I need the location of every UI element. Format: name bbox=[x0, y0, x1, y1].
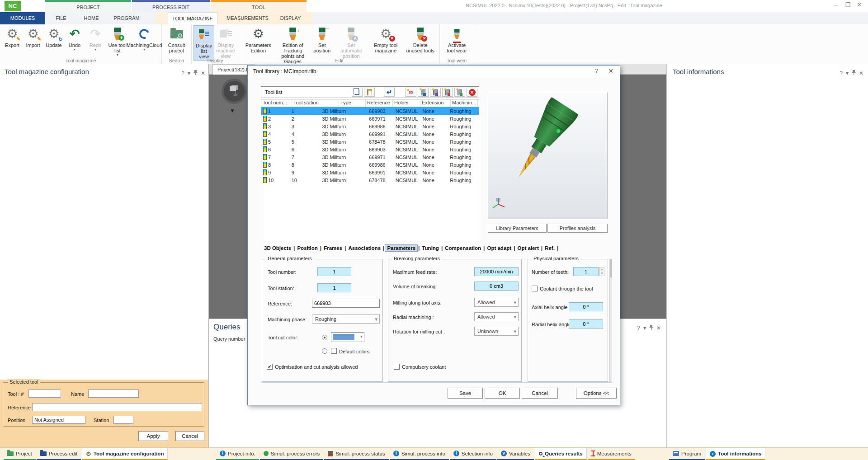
teeth-spinner[interactable]: ▲▼ bbox=[599, 267, 604, 276]
max-feed-rate-value[interactable]: 20000 mm/min bbox=[474, 267, 519, 276]
tool-cut-color-swatch[interactable] bbox=[331, 332, 364, 342]
reference-value[interactable]: 669903 bbox=[312, 299, 380, 308]
column-header[interactable]: Tool num... bbox=[261, 99, 292, 107]
number-teeth-value[interactable]: 1 bbox=[573, 267, 599, 276]
column-header[interactable]: Reference bbox=[366, 99, 393, 107]
table-row[interactable]: 10 10 3D Millturn 678478 NCSIMUL None Ro… bbox=[261, 176, 479, 184]
pin-icon[interactable] bbox=[193, 70, 198, 76]
nav-widget-caret-icon[interactable]: ▼ bbox=[230, 108, 235, 114]
dialog-tab[interactable]: Associations bbox=[346, 245, 382, 251]
chevron-down-icon[interactable]: ▾ bbox=[846, 70, 849, 76]
radial-machining-dropdown[interactable]: Allowed bbox=[474, 312, 519, 321]
tab-modules[interactable]: MODULES bbox=[0, 12, 45, 24]
tab-measurements[interactable]: MEASUREMENTS bbox=[224, 12, 271, 24]
help-icon[interactable]: ? bbox=[637, 325, 640, 331]
display-machine-view-button[interactable]: Display machine view bbox=[214, 25, 237, 60]
dialog-tab[interactable]: Tuning bbox=[420, 245, 440, 251]
dialog-tab[interactable]: Opt adapt bbox=[485, 245, 513, 251]
delete-tool-button[interactable]: ✕ bbox=[467, 88, 477, 97]
new-probe-tool-button[interactable] bbox=[454, 88, 465, 97]
library-parameters-button[interactable]: Library Parameters bbox=[488, 224, 547, 233]
cancel-button[interactable]: Cancel bbox=[175, 431, 204, 441]
chevron-down-icon[interactable]: ▾ bbox=[188, 70, 190, 76]
close-icon[interactable]: ✕ bbox=[859, 70, 863, 76]
station-field[interactable] bbox=[113, 416, 133, 424]
status-tab[interactable]: Queries results bbox=[535, 448, 587, 460]
app-logo[interactable]: NC bbox=[5, 1, 21, 11]
reference-field[interactable] bbox=[32, 403, 202, 411]
delete-unused-button[interactable]: ✕ Delete unused tools bbox=[403, 25, 438, 54]
status-tab[interactable]: Selection info bbox=[450, 448, 496, 460]
set-position-button[interactable]: → Set position bbox=[310, 25, 334, 54]
tool-list-table[interactable]: Tool num...Tool stationTypeReferenceHold… bbox=[261, 99, 479, 241]
status-tab[interactable]: Simul. process errors bbox=[260, 448, 324, 460]
status-tab[interactable]: Variables bbox=[497, 448, 534, 460]
tool-number-value[interactable]: 1 bbox=[317, 267, 351, 276]
tool-number-field[interactable] bbox=[28, 390, 61, 398]
column-header[interactable]: Holder bbox=[393, 99, 420, 107]
activate-tool-wear-button[interactable]: Activate tool wear bbox=[442, 25, 472, 54]
dialog-tab[interactable]: Compensation bbox=[443, 245, 483, 251]
rotation-milling-dropdown[interactable]: Unknown bbox=[474, 327, 519, 336]
tab-file[interactable]: FILE bbox=[47, 12, 75, 24]
volume-breaking-value[interactable]: 0 cm3 bbox=[474, 282, 519, 291]
status-tab[interactable]: Simul. process info bbox=[390, 448, 449, 460]
close-icon[interactable]: ✕ bbox=[854, 1, 864, 8]
radial-helix-value[interactable]: 0 ° bbox=[569, 319, 603, 329]
new-drill-tool-button[interactable] bbox=[442, 88, 453, 97]
options-button[interactable]: Options << bbox=[576, 388, 617, 399]
table-row[interactable]: 8 8 3D Millturn 669986 NCSIMUL None Roug… bbox=[261, 161, 479, 169]
maximize-icon[interactable]: ❐ bbox=[843, 1, 853, 8]
table-row[interactable]: 5 5 3D Millturn 678478 NCSIMUL None Roug… bbox=[261, 138, 479, 146]
use-tool-list-button[interactable]: + Use tool list ▾ bbox=[106, 25, 129, 57]
panel-tab[interactable]: Tool magazine configuration bbox=[82, 448, 168, 460]
column-header[interactable]: Extension bbox=[420, 99, 451, 107]
table-row[interactable]: 4 4 3D Millturn 669991 NCSIMUL None Roug… bbox=[261, 130, 479, 138]
apply-button[interactable]: Apply bbox=[138, 431, 168, 441]
axial-helix-value[interactable]: 0 ° bbox=[569, 302, 603, 311]
column-header[interactable]: Type bbox=[339, 99, 366, 107]
set-auto-position-button[interactable]: A Set automatic position bbox=[334, 25, 368, 60]
view-navigation-widget[interactable] bbox=[222, 79, 247, 104]
export-button[interactable]: ⚙✎ Export bbox=[2, 25, 23, 49]
default-colors-radio[interactable] bbox=[322, 348, 327, 354]
tab-tool-magazine[interactable]: TOOL MAGAZINE bbox=[168, 12, 217, 24]
new-mill-tool-button[interactable] bbox=[418, 88, 429, 97]
ok-button[interactable]: OK bbox=[485, 388, 520, 399]
status-tab[interactable]: Program bbox=[669, 448, 705, 460]
close-icon[interactable]: ✕ bbox=[656, 325, 661, 331]
status-tab[interactable]: Measurements bbox=[588, 448, 635, 460]
dialog-tab[interactable]: 3D Objects bbox=[262, 245, 293, 251]
dialog-scrollbar[interactable] bbox=[609, 259, 612, 382]
column-header[interactable]: Machinin... bbox=[451, 99, 478, 107]
milling-axis-dropdown[interactable]: Allowed bbox=[474, 298, 519, 307]
table-row[interactable]: 7 7 3D Millturn 669971 NCSIMUL None Roug… bbox=[261, 153, 479, 161]
table-row[interactable]: 3 3 3D Millturn 669986 NCSIMUL None Roug… bbox=[261, 122, 479, 130]
pin-icon[interactable] bbox=[649, 324, 653, 331]
close-icon[interactable]: ✕ bbox=[201, 70, 205, 76]
dialog-tab[interactable]: Ref. bbox=[543, 245, 557, 251]
dialog-tab[interactable]: Position bbox=[295, 245, 319, 251]
help-icon[interactable]: ? bbox=[181, 70, 184, 76]
column-header[interactable]: Tool station bbox=[292, 99, 339, 107]
status-tab[interactable]: Tool informations bbox=[706, 448, 765, 460]
panel-tab[interactable]: Process edit bbox=[37, 448, 81, 460]
name-field[interactable] bbox=[88, 390, 139, 398]
copy-tool-button[interactable] bbox=[352, 88, 363, 97]
new-turn-tool-button[interactable] bbox=[430, 88, 441, 97]
undo-dropdown-caret[interactable]: ▾ bbox=[74, 48, 75, 51]
default-colors-checkbox[interactable] bbox=[331, 348, 337, 354]
tool-3d-preview[interactable] bbox=[488, 92, 608, 219]
table-row[interactable]: 6 6 3D Millturn 669903 NCSIMUL None Roug… bbox=[261, 146, 479, 153]
help-icon[interactable]: ? bbox=[840, 70, 843, 76]
machining-phase-dropdown[interactable]: Roughing bbox=[312, 314, 380, 324]
import-tool-button[interactable]: ↵ bbox=[384, 88, 395, 97]
status-tab[interactable]: Project info. bbox=[216, 448, 259, 460]
machining-cloud-button[interactable]: MachiningCloud ▾ bbox=[129, 25, 160, 52]
paste-tool-button[interactable] bbox=[364, 88, 375, 97]
minimize-icon[interactable]: – bbox=[831, 1, 841, 8]
redo-button[interactable]: ↷ Redo ▾ bbox=[85, 25, 106, 52]
tab-display[interactable]: DISPLAY bbox=[276, 12, 305, 24]
position-field[interactable] bbox=[32, 416, 85, 424]
status-tab[interactable]: Simul. process status bbox=[324, 448, 388, 460]
